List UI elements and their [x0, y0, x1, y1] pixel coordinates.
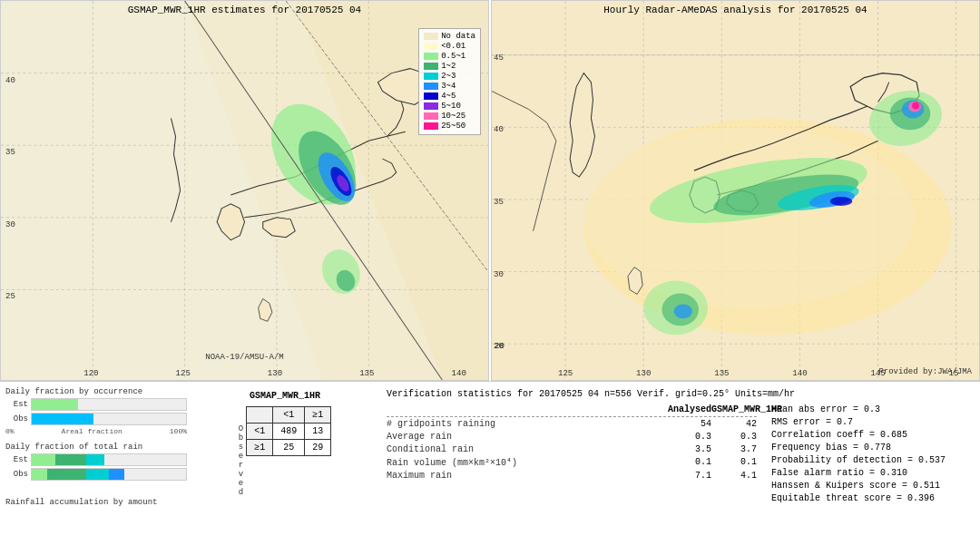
col-header-analysed: Analysed: [666, 404, 711, 414]
obs-bar-fill-occurrence: [32, 414, 93, 424]
right-map-title: Hourly Radar-AMeDAS analysis for 2017052…: [492, 5, 979, 15]
row-lt1: <1 489 13: [247, 424, 331, 440]
bottom-row: Daily fraction by occurrence Est Obs 0% …: [0, 381, 980, 555]
contingency-wrapper: O b s e r v e d <1 ≥1: [239, 406, 331, 497]
obs-rain-bar-cyan: [86, 469, 110, 480]
val2-max-rain: 4.1: [711, 471, 757, 481]
cell-lt1-ge1: 13: [305, 424, 331, 440]
svg-text:125: 125: [176, 368, 191, 378]
legend-2-label: 2~3: [441, 72, 456, 81]
stats-row-max-rain: Maximum rain 7.1 4.1: [387, 471, 757, 481]
legend-3-label: 3~4: [441, 82, 456, 91]
legend-1-label: 1~2: [441, 62, 456, 71]
legend-3-color: [424, 83, 438, 90]
legend-2-color: [424, 73, 438, 80]
cell-ge1-ge1: 29: [305, 440, 331, 456]
obs-rain-bar-darkgreen: [47, 469, 86, 480]
svg-text:140: 140: [451, 368, 466, 378]
rain-bar-cyan: [86, 454, 104, 465]
obs-bar-rain: Obs: [5, 468, 187, 481]
stats-panel: Verification statistics for 20170525 04 …: [383, 387, 975, 550]
val1-gridpoints: 54: [666, 419, 711, 429]
svg-text:40: 40: [494, 124, 504, 134]
stats-right: Mean abs error = 0.3 RMS error = 0.7 Cor…: [771, 404, 971, 548]
axis-label: Areal fraction: [62, 427, 122, 435]
val1-max-rain: 7.1: [666, 471, 711, 481]
est-bar-fill-occurrence: [32, 399, 78, 410]
val1-rain-vol: 0.1: [666, 457, 711, 468]
occurrence-title: Daily fraction by occurrence: [5, 387, 187, 396]
stat-mean-abs: Mean abs error = 0.3: [771, 404, 971, 414]
stats-row-cond-rain: Conditional rain 3.5 3.7: [387, 444, 757, 454]
svg-point-83: [830, 197, 852, 206]
est-bar-occurrence: Est: [5, 398, 187, 411]
est-bar-container-occurrence: [31, 398, 187, 411]
contingency-table: <1 ≥1 <1 489 13 ≥1 25 29: [246, 406, 331, 456]
stats-row-avg-rain: Average rain 0.3 0.3: [387, 432, 757, 442]
cell-ge1-lt1: 25: [273, 440, 305, 456]
label-max-rain: Maximum rain: [387, 471, 666, 481]
col-header-gsmap: GSMAP_MWR_1HR: [711, 404, 757, 414]
est-label-occurrence: Est: [5, 400, 28, 409]
contingency-title: GSMAP_MWR_1HR: [250, 391, 320, 401]
axis-left: 0%: [5, 427, 15, 435]
axis-right: 100%: [170, 427, 187, 435]
left-map-title: GSMAP_MWR_1HR estimates for 20170525 04: [1, 5, 488, 15]
svg-point-88: [912, 102, 919, 109]
obs-bar-occurrence: Obs: [5, 413, 187, 425]
svg-text:130: 130: [636, 368, 651, 378]
left-map-panel: GSMAP_MWR_1HR estimates for 20170525 04 …: [0, 0, 489, 381]
val1-cond-rain: 3.5: [666, 444, 711, 454]
est-bar-container-rain: [31, 453, 187, 466]
svg-text:120: 120: [83, 368, 98, 378]
legend-5-label: 5~10: [441, 102, 461, 111]
obs-vertical-label: O b s e r v e d: [239, 424, 243, 497]
legend-05-color: [424, 53, 438, 60]
legend-1-color: [424, 63, 438, 70]
svg-text:130: 130: [268, 368, 282, 378]
label-avg-rain: Average rain: [387, 432, 666, 442]
stat-pod: Probability of detection = 0.537: [771, 455, 971, 465]
contingency-panel: GSMAP_MWR_1HR O b s e r v e d <1: [194, 387, 376, 550]
empty-col: [387, 404, 666, 414]
rain-title: Daily fraction of total rain: [5, 443, 187, 452]
val2-rain-vol: 0.1: [711, 457, 757, 468]
stats-left: Analysed GSMAP_MWR_1HR # gridpoints rain…: [387, 404, 757, 548]
right-map-panel: Hourly Radar-AMeDAS analysis for 2017052…: [491, 0, 980, 381]
stats-divider: [387, 416, 757, 417]
row-header-ge1: ≥1: [247, 440, 273, 456]
obs-bar-container-rain: [31, 468, 187, 481]
legend-5-color: [424, 102, 438, 110]
empty-header: [247, 407, 273, 424]
svg-text:20: 20: [495, 341, 505, 351]
legend-25-color: [424, 122, 438, 130]
svg-text:140: 140: [792, 368, 807, 378]
svg-text:30: 30: [494, 269, 504, 279]
legend-10-color: [424, 112, 438, 120]
obs-rain-bar-green: [32, 469, 47, 480]
stats-row-gridpoints: # gridpoints raining 54 42: [387, 419, 757, 429]
obs-label-rain: Obs: [5, 470, 28, 479]
label-gridpoints: # gridpoints raining: [387, 419, 666, 429]
legend-4-color: [424, 92, 438, 100]
label-rain-vol: Rain volume (mm×km²×10⁴): [387, 457, 666, 468]
bar-charts-panel: Daily fraction by occurrence Est Obs 0% …: [5, 387, 187, 550]
svg-text:125: 125: [558, 368, 573, 378]
right-map-svg: 45 40 35 30 20 125 130 135 140 145 15 20: [492, 1, 979, 380]
legend-001-color: [424, 43, 438, 50]
stat-false-alarm: False alarm ratio = 0.310: [771, 468, 971, 478]
rain-bar-green: [32, 454, 55, 465]
stats-row-rain-vol: Rain volume (mm×km²×10⁴) 0.1 0.1: [387, 457, 757, 468]
svg-text:135: 135: [714, 368, 729, 378]
svg-text:135: 135: [359, 368, 374, 378]
row-ge1: ≥1 25 29: [247, 440, 331, 456]
left-map-legend: No data <0.01 0.5~1 1~2 2~3: [418, 28, 481, 135]
legend-4-label: 4~5: [441, 92, 456, 101]
est-bar-rain: Est: [5, 453, 187, 466]
cell-lt1-lt1: 489: [273, 424, 305, 440]
rain-section: Daily fraction of total rain Est Obs: [5, 443, 187, 494]
row-header-lt1: <1: [247, 424, 273, 440]
stat-hanssen: Hanssen & Kuipers score = 0.511: [771, 481, 971, 491]
obs-label-occurrence: Obs: [5, 414, 28, 424]
obs-rain-bar-blue: [109, 469, 124, 480]
